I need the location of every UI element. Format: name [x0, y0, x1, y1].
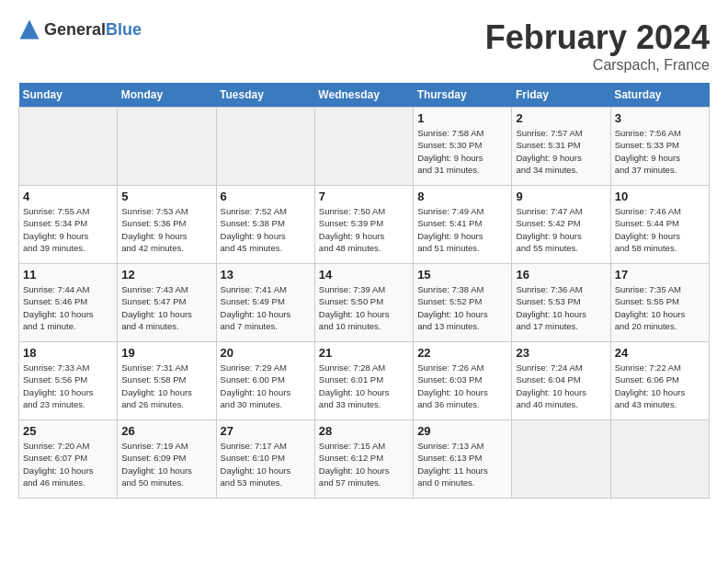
logo: GeneralBlue [18, 18, 142, 40]
calendar-cell: 19Sunrise: 7:31 AM Sunset: 5:58 PM Dayli… [118, 342, 216, 420]
day-info: Sunrise: 7:19 AM Sunset: 6:09 PM Dayligh… [121, 440, 211, 488]
day-info: Sunrise: 7:13 AM Sunset: 6:13 PM Dayligh… [417, 440, 507, 488]
day-number: 29 [417, 424, 507, 438]
calendar-cell: 22Sunrise: 7:26 AM Sunset: 6:03 PM Dayli… [414, 342, 512, 420]
day-number: 9 [516, 190, 606, 203]
page-header: GeneralBlue February 2024 Carspach, Fran… [18, 18, 710, 74]
location-title: Carspach, France [485, 57, 710, 74]
calendar-cell: 8Sunrise: 7:49 AM Sunset: 5:41 PM Daylig… [414, 186, 512, 264]
day-number: 8 [417, 190, 507, 203]
day-number: 22 [417, 346, 507, 360]
day-info: Sunrise: 7:41 AM Sunset: 5:49 PM Dayligh… [221, 283, 311, 332]
day-number: 20 [221, 346, 311, 360]
day-info: Sunrise: 7:29 AM Sunset: 6:00 PM Dayligh… [221, 362, 311, 410]
calendar-cell [512, 420, 610, 499]
week-row-2: 4Sunrise: 7:55 AM Sunset: 5:34 PM Daylig… [19, 186, 710, 264]
day-number: 28 [319, 424, 409, 438]
header-thursday: Thursday [414, 83, 512, 108]
header-sunday: Sunday [19, 83, 118, 108]
calendar-table: SundayMondayTuesdayWednesdayThursdayFrid… [18, 83, 710, 499]
week-row-4: 18Sunrise: 7:33 AM Sunset: 5:56 PM Dayli… [19, 342, 710, 420]
calendar-cell [314, 108, 413, 186]
day-info: Sunrise: 7:22 AM Sunset: 6:06 PM Dayligh… [615, 362, 705, 410]
day-info: Sunrise: 7:24 AM Sunset: 6:04 PM Dayligh… [516, 362, 606, 410]
calendar-cell: 17Sunrise: 7:35 AM Sunset: 5:55 PM Dayli… [610, 264, 709, 342]
logo-general: General [44, 20, 106, 39]
day-info: Sunrise: 7:49 AM Sunset: 5:41 PM Dayligh… [417, 205, 507, 254]
calendar-cell: 2Sunrise: 7:57 AM Sunset: 5:31 PM Daylig… [512, 108, 610, 186]
calendar-cell [19, 108, 118, 186]
header-saturday: Saturday [610, 83, 709, 108]
calendar-cell [610, 420, 709, 499]
calendar-cell: 20Sunrise: 7:29 AM Sunset: 6:00 PM Dayli… [216, 342, 314, 420]
day-number: 12 [121, 268, 211, 282]
day-number: 2 [516, 111, 606, 125]
day-info: Sunrise: 7:36 AM Sunset: 5:53 PM Dayligh… [516, 283, 606, 332]
day-info: Sunrise: 7:57 AM Sunset: 5:31 PM Dayligh… [516, 127, 606, 176]
day-number: 1 [417, 111, 507, 125]
calendar-cell: 16Sunrise: 7:36 AM Sunset: 5:53 PM Dayli… [512, 264, 610, 342]
day-info: Sunrise: 7:50 AM Sunset: 5:39 PM Dayligh… [319, 205, 409, 254]
day-number: 15 [417, 268, 507, 282]
day-info: Sunrise: 7:43 AM Sunset: 5:47 PM Dayligh… [121, 283, 211, 332]
calendar-cell: 27Sunrise: 7:17 AM Sunset: 6:10 PM Dayli… [216, 420, 314, 499]
header-monday: Monday [118, 83, 216, 108]
calendar-cell: 4Sunrise: 7:55 AM Sunset: 5:34 PM Daylig… [19, 186, 118, 264]
calendar-cell: 1Sunrise: 7:58 AM Sunset: 5:30 PM Daylig… [414, 108, 512, 186]
title-block: February 2024 Carspach, France [485, 18, 710, 74]
day-number: 17 [615, 268, 705, 282]
day-number: 23 [516, 346, 606, 360]
day-info: Sunrise: 7:31 AM Sunset: 5:58 PM Dayligh… [121, 362, 211, 410]
calendar-cell: 10Sunrise: 7:46 AM Sunset: 5:44 PM Dayli… [610, 186, 709, 264]
calendar-cell: 11Sunrise: 7:44 AM Sunset: 5:46 PM Dayli… [19, 264, 118, 342]
calendar-cell: 7Sunrise: 7:50 AM Sunset: 5:39 PM Daylig… [314, 186, 413, 264]
day-number: 3 [615, 111, 705, 125]
day-info: Sunrise: 7:53 AM Sunset: 5:36 PM Dayligh… [121, 205, 211, 254]
day-info: Sunrise: 7:56 AM Sunset: 5:33 PM Dayligh… [615, 127, 705, 176]
day-info: Sunrise: 7:46 AM Sunset: 5:44 PM Dayligh… [615, 205, 705, 254]
calendar-cell: 26Sunrise: 7:19 AM Sunset: 6:09 PM Dayli… [118, 420, 216, 499]
calendar-cell: 24Sunrise: 7:22 AM Sunset: 6:06 PM Dayli… [610, 342, 709, 420]
day-number: 11 [23, 268, 113, 282]
day-info: Sunrise: 7:33 AM Sunset: 5:56 PM Dayligh… [23, 362, 113, 410]
header-tuesday: Tuesday [216, 83, 314, 108]
day-info: Sunrise: 7:38 AM Sunset: 5:52 PM Dayligh… [417, 283, 507, 332]
day-number: 14 [319, 268, 409, 282]
week-row-5: 25Sunrise: 7:20 AM Sunset: 6:07 PM Dayli… [19, 420, 710, 499]
calendar-cell: 13Sunrise: 7:41 AM Sunset: 5:49 PM Dayli… [216, 264, 314, 342]
calendar-cell: 6Sunrise: 7:52 AM Sunset: 5:38 PM Daylig… [216, 186, 314, 264]
calendar-cell [118, 108, 216, 186]
calendar-cell: 3Sunrise: 7:56 AM Sunset: 5:33 PM Daylig… [610, 108, 709, 186]
day-info: Sunrise: 7:20 AM Sunset: 6:07 PM Dayligh… [23, 440, 113, 488]
calendar-cell: 18Sunrise: 7:33 AM Sunset: 5:56 PM Dayli… [19, 342, 118, 420]
day-number: 6 [221, 190, 311, 203]
day-number: 18 [23, 346, 113, 360]
day-info: Sunrise: 7:26 AM Sunset: 6:03 PM Dayligh… [417, 362, 507, 410]
day-number: 16 [516, 268, 606, 282]
calendar-cell: 29Sunrise: 7:13 AM Sunset: 6:13 PM Dayli… [414, 420, 512, 499]
month-title: February 2024 [485, 18, 710, 57]
calendar-cell: 14Sunrise: 7:39 AM Sunset: 5:50 PM Dayli… [314, 264, 413, 342]
day-number: 19 [121, 346, 211, 360]
day-number: 13 [221, 268, 311, 282]
day-number: 24 [615, 346, 705, 360]
day-number: 10 [615, 190, 705, 203]
day-number: 21 [319, 346, 409, 360]
header-wednesday: Wednesday [314, 83, 413, 108]
day-number: 27 [221, 424, 311, 438]
day-info: Sunrise: 7:39 AM Sunset: 5:50 PM Dayligh… [319, 283, 409, 332]
day-number: 5 [121, 190, 211, 203]
logo-blue: Blue [106, 20, 142, 39]
calendar-cell: 5Sunrise: 7:53 AM Sunset: 5:36 PM Daylig… [118, 186, 216, 264]
calendar-cell: 25Sunrise: 7:20 AM Sunset: 6:07 PM Dayli… [19, 420, 118, 499]
calendar-cell: 21Sunrise: 7:28 AM Sunset: 6:01 PM Dayli… [314, 342, 413, 420]
calendar-cell: 23Sunrise: 7:24 AM Sunset: 6:04 PM Dayli… [512, 342, 610, 420]
day-number: 25 [23, 424, 113, 438]
day-info: Sunrise: 7:28 AM Sunset: 6:01 PM Dayligh… [319, 362, 409, 410]
svg-marker-0 [20, 20, 40, 40]
week-row-3: 11Sunrise: 7:44 AM Sunset: 5:46 PM Dayli… [19, 264, 710, 342]
logo-icon [18, 18, 40, 40]
day-number: 26 [121, 424, 211, 438]
day-info: Sunrise: 7:47 AM Sunset: 5:42 PM Dayligh… [516, 205, 606, 254]
calendar-cell: 28Sunrise: 7:15 AM Sunset: 6:12 PM Dayli… [314, 420, 413, 499]
